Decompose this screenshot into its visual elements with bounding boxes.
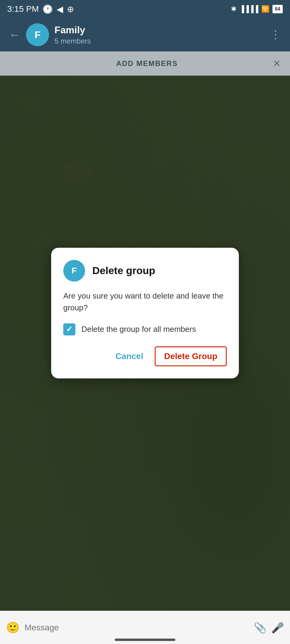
cancel-button[interactable]: Cancel <box>107 347 152 365</box>
status-time: 3:15 PM <box>7 4 39 14</box>
add-members-label: ADD MEMBERS <box>21 59 273 68</box>
bluetooth-icon: ✱ <box>231 5 236 13</box>
group-info: Family 5 members <box>54 25 267 45</box>
group-members: 5 members <box>54 37 267 45</box>
group-name: Family <box>54 25 267 36</box>
notification-icon: ⊕ <box>67 4 74 14</box>
back-button[interactable]: ← <box>6 25 23 44</box>
emoji-button[interactable]: 🙂 <box>6 621 20 634</box>
dialog-body: Are you sure you want to delete and leav… <box>63 290 227 314</box>
battery-icon: 64 <box>272 5 283 13</box>
modal-overlay: F Delete group Are you sure you want to … <box>0 76 290 611</box>
dialog-actions: Cancel Delete Group <box>63 346 227 366</box>
close-add-members-button[interactable]: ✕ <box>273 58 281 69</box>
more-button[interactable]: ⋮ <box>267 25 284 44</box>
delete-group-dialog: F Delete group Are you sure you want to … <box>51 248 239 378</box>
wifi-icon: 🛜 <box>261 5 269 13</box>
checkmark-icon: ✓ <box>66 325 73 334</box>
attachment-button[interactable]: 📎 <box>254 622 266 634</box>
group-avatar: F <box>26 23 49 46</box>
add-members-bar: ADD MEMBERS ✕ <box>0 51 290 76</box>
delete-all-checkbox[interactable]: ✓ <box>63 323 75 335</box>
dialog-title: Delete group <box>92 265 155 276</box>
top-bar: ← F Family 5 members ⋮ <box>0 18 290 51</box>
status-bar-right: ✱ ▐▐▐▐ 🛜 64 <box>231 5 283 13</box>
location-icon: ◀ <box>57 4 63 14</box>
signal-icon: ▐▐▐▐ <box>239 5 258 13</box>
checkbox-label: Delete the group for all members <box>81 325 196 334</box>
message-input[interactable] <box>25 619 249 637</box>
dialog-avatar: F <box>63 260 85 282</box>
delete-group-button[interactable]: Delete Group <box>155 346 227 366</box>
alarm-icon: 🕐 <box>42 4 53 14</box>
status-bar: 3:15 PM 🕐 ◀ ⊕ ✱ ▐▐▐▐ 🛜 64 <box>0 0 290 18</box>
microphone-button[interactable]: 🎤 <box>271 622 284 634</box>
dialog-header: F Delete group <box>63 260 227 282</box>
delete-all-members-row[interactable]: ✓ Delete the group for all members <box>63 323 227 335</box>
home-indicator <box>115 639 175 641</box>
status-bar-left: 3:15 PM 🕐 ◀ ⊕ <box>7 4 74 14</box>
